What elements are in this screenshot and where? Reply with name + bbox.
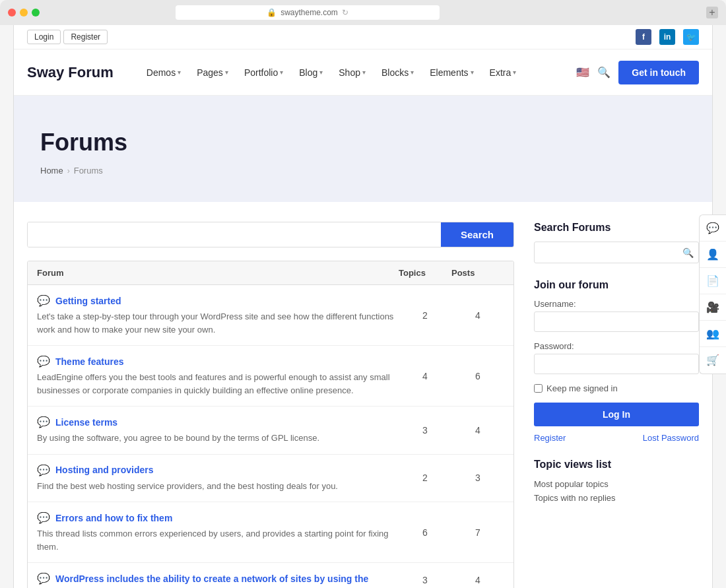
forum-topics-count: 2 <box>399 310 451 321</box>
register-button[interactable]: Register <box>63 30 108 44</box>
chevron-down-icon: ▾ <box>225 69 228 76</box>
address-bar[interactable]: 🔒 swaytheme.com ↻ <box>176 5 440 20</box>
top-bar: Login Register f in 🐦 <box>14 25 712 49</box>
nav-item-shop[interactable]: Shop ▾ <box>332 62 372 83</box>
login-button[interactable]: Log In <box>534 403 699 426</box>
maximize-button[interactable] <box>32 9 40 16</box>
register-link[interactable]: Register <box>534 433 566 443</box>
nav-menu: Demos ▾ Pages ▾ Portfolio ▾ Blog ▾ Shop … <box>140 62 577 83</box>
forum-row-content: 💬 License terms By using the software, y… <box>37 416 399 445</box>
join-forum-section: Join our forum Username: Password: Keep … <box>534 279 699 443</box>
forum-description: LeadEngine offers you the best tools and… <box>37 371 399 397</box>
username-input[interactable] <box>534 311 699 332</box>
forum-topics-count: 2 <box>399 473 451 483</box>
forum-posts-count: 7 <box>451 527 504 538</box>
topic-views-section: Topic views list Most popular topics Top… <box>534 459 699 505</box>
nav-item-blog[interactable]: Blog ▾ <box>292 62 329 83</box>
search-forums-input[interactable] <box>534 242 699 263</box>
side-panel: 💬 👤 📄 🎥 👥 🛒 <box>699 214 726 374</box>
nav-item-pages[interactable]: Pages ▾ <box>190 62 235 83</box>
forum-posts-count: 4 <box>451 425 504 436</box>
lost-password-link[interactable]: Lost Password <box>643 433 699 443</box>
table-row: 💬 Hosting and providers Find the best we… <box>28 455 513 503</box>
topic-views-title: Topic views list <box>534 459 699 471</box>
page-title: Forums <box>40 129 686 156</box>
keep-signed-in-checkbox[interactable] <box>534 384 543 393</box>
username-group: Username: <box>534 299 699 332</box>
forum-link[interactable]: Hosting and providers <box>55 465 154 475</box>
sidebar: Search Forums 🔍 Join our forum Username:… <box>534 222 699 588</box>
cart-panel-icon[interactable]: 🛒 <box>700 347 726 374</box>
website: Login Register f in 🐦 Sway Forum Demos ▾… <box>13 25 713 588</box>
forum-link[interactable]: License terms <box>55 417 117 428</box>
search-input[interactable] <box>28 222 441 247</box>
new-tab-button[interactable]: + <box>706 7 718 18</box>
topic-views-list: Most popular topics Topics with no repli… <box>534 477 699 505</box>
search-nav-button[interactable]: 🔍 <box>597 66 610 79</box>
forum-title-row: 💬 WordPress includes the ability to crea… <box>37 572 399 585</box>
flag-icon[interactable]: 🇺🇸 <box>576 66 589 79</box>
col-forum: Forum <box>37 268 399 278</box>
chat-bubble-icon: 💬 <box>37 416 50 428</box>
forum-link[interactable]: Getting started <box>55 296 121 306</box>
forum-title-row: 💬 Hosting and providers <box>37 464 399 476</box>
social-links: f in 🐦 <box>636 29 699 45</box>
forum-title-row: 💬 License terms <box>37 416 399 428</box>
nav-item-extra[interactable]: Extra ▾ <box>483 62 523 83</box>
breadcrumb-home[interactable]: Home <box>40 166 63 176</box>
forum-topics-count: 3 <box>399 425 451 436</box>
site-logo[interactable]: Sway Forum <box>27 64 114 81</box>
password-group: Password: <box>534 341 699 374</box>
table-row: 💬 Errors and how to fix them This thread… <box>28 502 513 563</box>
get-in-touch-button[interactable]: Get in touch <box>618 61 699 84</box>
hero-banner: Forums Home › Forums <box>14 96 712 202</box>
search-button[interactable]: Search <box>441 222 513 247</box>
login-button[interactable]: Login <box>27 30 61 44</box>
video-panel-icon[interactable]: 🎥 <box>700 294 726 321</box>
forum-posts-count: 3 <box>451 473 504 483</box>
forum-row-content: 💬 Theme features LeadEngine offers you t… <box>37 355 399 397</box>
close-button[interactable] <box>8 9 16 16</box>
lock-icon: 🔒 <box>267 8 277 17</box>
search-forums-input-wrap: 🔍 <box>534 242 699 263</box>
nav-item-elements[interactable]: Elements ▾ <box>423 62 480 83</box>
forum-topics-count: 6 <box>399 527 451 538</box>
list-item[interactable]: Most popular topics <box>534 477 699 491</box>
user-panel-icon[interactable]: 👤 <box>700 242 726 268</box>
nav-item-portfolio[interactable]: Portfolio ▾ <box>238 62 290 83</box>
forum-title-row: 💬 Theme features <box>37 355 399 368</box>
forum-posts-count: 4 <box>451 310 504 321</box>
browser-chrome: 🔒 swaytheme.com ↻ + <box>0 0 726 25</box>
forum-description: Find the best web hosting service provid… <box>37 480 399 493</box>
password-input[interactable] <box>534 354 699 374</box>
forum-row-content: 💬 Hosting and providers Find the best we… <box>37 464 399 493</box>
breadcrumb: Home › Forums <box>40 166 686 176</box>
chat-panel-icon[interactable]: 💬 <box>700 215 726 242</box>
forum-table-header: Forum Topics Posts <box>28 261 513 285</box>
forum-link[interactable]: WordPress includes the ability to create… <box>55 573 368 584</box>
chevron-down-icon: ▾ <box>513 69 516 76</box>
forum-link[interactable]: Errors and how to fix them <box>55 513 172 523</box>
chevron-down-icon: ▾ <box>411 69 414 76</box>
facebook-link[interactable]: f <box>636 29 651 45</box>
breadcrumb-separator: › <box>67 166 70 176</box>
forum-description: Let's take a step-by-step tour through y… <box>37 310 399 336</box>
nav-item-blocks[interactable]: Blocks ▾ <box>375 62 420 83</box>
table-row: 💬 License terms By using the software, y… <box>28 407 513 455</box>
person-panel-icon[interactable]: 👥 <box>700 321 726 347</box>
twitter-link[interactable]: 🐦 <box>683 29 699 45</box>
forum-title-row: 💬 Getting started <box>37 294 399 307</box>
nav-item-demos[interactable]: Demos ▾ <box>140 62 187 83</box>
table-row: 💬 WordPress includes the ability to crea… <box>28 563 513 588</box>
forum-search-bar: Search <box>27 222 514 247</box>
password-label: Password: <box>534 341 699 351</box>
forum-link[interactable]: Theme features <box>55 356 123 367</box>
linkedin-link[interactable]: in <box>659 29 675 45</box>
document-panel-icon[interactable]: 📄 <box>700 268 726 294</box>
chat-bubble-icon: 💬 <box>37 511 50 524</box>
forum-table: Forum Topics Posts 💬 Getting started Let… <box>27 261 514 588</box>
minimize-button[interactable] <box>20 9 28 16</box>
main-nav: Sway Forum Demos ▾ Pages ▾ Portfolio ▾ B… <box>14 49 712 96</box>
list-item[interactable]: Topics with no replies <box>534 491 699 505</box>
forum-topics-count: 4 <box>399 371 451 381</box>
